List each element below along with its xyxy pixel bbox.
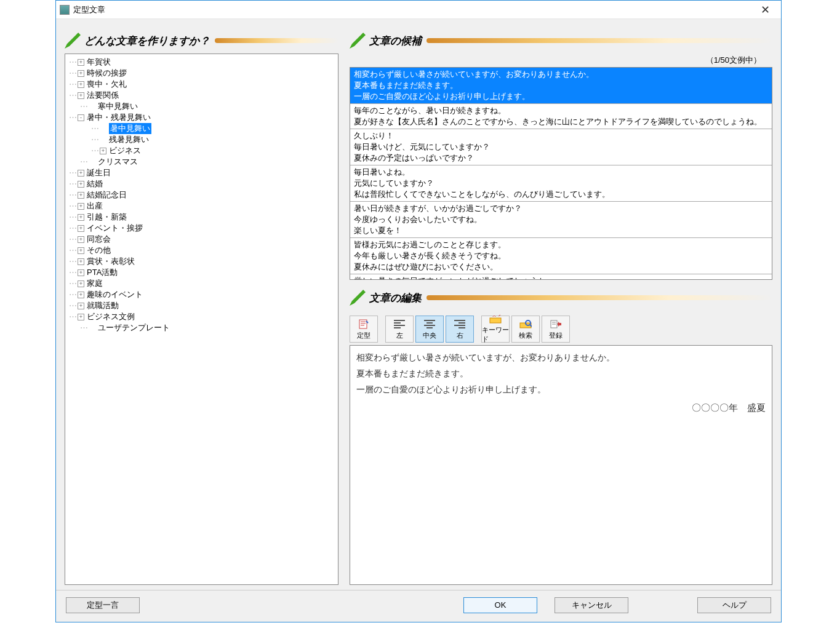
tree-item[interactable]: ⋯+PTA活動 bbox=[69, 267, 334, 278]
expand-icon[interactable]: + bbox=[100, 148, 106, 154]
tree-label: 誕生日 bbox=[87, 167, 111, 178]
tree-label: イベント・挨拶 bbox=[87, 223, 143, 234]
candidate-counter: （1/50文例中） bbox=[350, 54, 772, 67]
expand-icon[interactable]: + bbox=[78, 314, 84, 320]
svg-rect-1 bbox=[490, 318, 501, 323]
tree-item[interactable]: ⋯+年賀状 bbox=[69, 57, 334, 68]
expand-icon[interactable]: + bbox=[78, 181, 84, 188]
expand-icon[interactable]: + bbox=[78, 236, 84, 243]
tree-item[interactable]: ⋯寒中見舞い bbox=[69, 101, 334, 112]
expand-icon[interactable]: + bbox=[78, 92, 84, 99]
expand-icon[interactable]: + bbox=[78, 214, 84, 221]
edit-title: 文章の編集 bbox=[369, 291, 422, 305]
edit-header: 文章の編集 bbox=[350, 288, 772, 307]
expand-icon[interactable]: + bbox=[78, 269, 84, 276]
tree-item[interactable]: ⋯+法要関係 bbox=[69, 90, 334, 101]
tree-item[interactable]: ⋯残暑見舞い bbox=[69, 134, 334, 145]
dialog-window: 定型文章 ✕ どんな文章を作りますか？ ⋯+年賀状⋯+時候の挨拶⋯+喪中・欠礼⋯… bbox=[55, 0, 782, 622]
tree-item[interactable]: ⋯+時候の挨拶 bbox=[69, 68, 334, 79]
bottom-bar: 定型一言 OK キャンセル ヘルプ bbox=[56, 590, 781, 619]
expand-icon[interactable]: + bbox=[78, 59, 84, 66]
tree-label: 法要関係 bbox=[87, 90, 119, 101]
left-pane: どんな文章を作りますか？ ⋯+年賀状⋯+時候の挨拶⋯+喪中・欠礼⋯+法要関係⋯寒… bbox=[65, 31, 338, 585]
expand-icon[interactable]: + bbox=[78, 303, 84, 309]
tree-item[interactable]: ⋯+ビジネス文例 bbox=[69, 311, 334, 322]
candidate-item[interactable]: 毎年のことながら、暑い日が続きますね。夏が好きな【友人氏名】さんのことですから、… bbox=[350, 104, 772, 129]
register-icon bbox=[550, 319, 562, 330]
close-icon: ✕ bbox=[761, 3, 770, 17]
cancel-button[interactable]: キャンセル bbox=[555, 597, 628, 613]
keyword-label: キーワード bbox=[482, 325, 509, 344]
expand-icon[interactable]: + bbox=[78, 247, 84, 254]
expand-icon[interactable]: + bbox=[78, 192, 84, 199]
right-pane: 文章の候補 （1/50文例中） 相変わらず厳しい暑さが続いていますが、お変わりあ… bbox=[350, 31, 772, 585]
tree-item[interactable]: ⋯+同窓会 bbox=[69, 234, 334, 245]
tree-item[interactable]: ⋯+結婚 bbox=[69, 178, 334, 189]
expand-icon[interactable]: + bbox=[78, 292, 84, 298]
tree-item[interactable]: ⋯暑中見舞い bbox=[69, 123, 334, 134]
candidate-list[interactable]: 相変わらず厳しい暑さが続いていますが、お変わりありませんか。夏本番もまだまだ続き… bbox=[350, 67, 772, 280]
candidate-item[interactable]: 久しぶり！毎日暑いけど、元気にしていますか？夏休みの予定はいっぱいですか？ bbox=[350, 129, 772, 165]
candidates-header: 文章の候補 bbox=[350, 31, 772, 50]
tree-item[interactable]: ⋯+誕生日 bbox=[69, 167, 334, 178]
expand-icon[interactable]: + bbox=[78, 258, 84, 265]
tree-item[interactable]: ⋯+喪中・欠礼 bbox=[69, 79, 334, 90]
register-button[interactable]: 登録 bbox=[542, 316, 570, 343]
expand-icon[interactable]: + bbox=[78, 170, 84, 177]
titlebar: 定型文章 ✕ bbox=[56, 1, 781, 19]
collapse-icon[interactable]: - bbox=[78, 114, 84, 121]
expand-icon[interactable]: + bbox=[78, 70, 84, 77]
tree-item[interactable]: ⋯+結婚記念日 bbox=[69, 189, 334, 201]
tree-label: 趣味のイベント bbox=[87, 289, 143, 300]
expand-icon[interactable]: + bbox=[78, 225, 84, 232]
tree-item[interactable]: ⋯+その他 bbox=[69, 245, 334, 256]
align-center-button[interactable]: 中央 bbox=[415, 316, 444, 343]
tree-item[interactable]: ⋯+出産 bbox=[69, 201, 334, 212]
candidate-item[interactable]: 暑い日が続きますが、いかがお過ごしですか？今度ゆっくりお会いしたいですね。楽しい… bbox=[350, 202, 772, 238]
expand-icon[interactable]: + bbox=[78, 280, 84, 287]
text-editor[interactable]: 相変わらず厳しい暑さが続いていますが、お変わりありませんか。夏本番もまだまだ続き… bbox=[350, 345, 772, 585]
help-button[interactable]: ヘルプ bbox=[697, 597, 771, 613]
tree-label: 同窓会 bbox=[87, 234, 111, 245]
align-left-button[interactable]: 左 bbox=[385, 316, 414, 343]
window-title: 定型文章 bbox=[73, 4, 105, 15]
svg-rect-5 bbox=[558, 323, 561, 325]
tree-item[interactable]: ⋯+趣味のイベント bbox=[69, 289, 334, 300]
expand-icon[interactable]: + bbox=[78, 81, 84, 88]
tree-item[interactable]: ⋯+ビジネス bbox=[69, 145, 334, 156]
tree-label: 年賀状 bbox=[87, 57, 111, 68]
tree-item[interactable]: ⋯+引越・新築 bbox=[69, 212, 334, 223]
document-icon bbox=[358, 319, 370, 330]
candidate-item[interactable]: 毎日暑いよね。元気にしていますか？私は普段忙しくてできないことをしながら、のんび… bbox=[350, 165, 772, 202]
tree-item[interactable]: ⋯+賞状・表彰状 bbox=[69, 256, 334, 267]
tree-item[interactable]: ⋯+イベント・挨拶 bbox=[69, 223, 334, 234]
tree-label: PTA活動 bbox=[87, 267, 118, 278]
tree-item[interactable]: ⋯クリスマス bbox=[69, 156, 334, 167]
tree-item[interactable]: ⋯-暑中・残暑見舞い bbox=[69, 112, 334, 123]
ok-button[interactable]: OK bbox=[463, 597, 537, 613]
tree-item[interactable]: ⋯+就職活動 bbox=[69, 300, 334, 311]
header-underline bbox=[215, 38, 338, 43]
tree-label: その他 bbox=[87, 245, 111, 256]
tree-item[interactable]: ⋯+家庭 bbox=[69, 278, 334, 289]
teikei-hitokoto-button[interactable]: 定型一言 bbox=[66, 597, 140, 613]
candidate-item[interactable]: 相変わらず厳しい暑さが続いていますが、お変わりありませんか。夏本番もまだまだ続き… bbox=[350, 68, 772, 104]
header-underline bbox=[427, 295, 772, 300]
align-left-icon bbox=[393, 319, 406, 330]
pencil-icon bbox=[350, 33, 366, 49]
expand-icon[interactable]: + bbox=[78, 203, 84, 210]
keyword-button[interactable]: キーワード bbox=[481, 316, 510, 343]
keyword-icon bbox=[489, 314, 502, 324]
align-right-button[interactable]: 右 bbox=[446, 316, 474, 343]
tree-label: 家庭 bbox=[87, 278, 103, 289]
category-tree[interactable]: ⋯+年賀状⋯+時候の挨拶⋯+喪中・欠礼⋯+法要関係⋯寒中見舞い⋯-暑中・残暑見舞… bbox=[65, 54, 338, 585]
close-button[interactable]: ✕ bbox=[753, 1, 777, 18]
tree-label: 時候の挨拶 bbox=[87, 68, 127, 79]
align-center-label: 中央 bbox=[423, 331, 436, 340]
candidate-item[interactable]: 皆様お元気にお過ごしのことと存じます。今年も厳しい暑さが長く続きそうですね。夏休… bbox=[350, 238, 772, 274]
candidate-item[interactable]: 厳しい暑さの毎日ですが、いかがお過ごしでしょうか。 bbox=[350, 274, 772, 280]
template-button[interactable]: 定型 bbox=[350, 316, 378, 343]
tree-item[interactable]: ⋯ユーザテンプレート bbox=[69, 322, 334, 333]
search-button[interactable]: 検索 bbox=[511, 316, 540, 343]
header-underline bbox=[427, 38, 772, 43]
